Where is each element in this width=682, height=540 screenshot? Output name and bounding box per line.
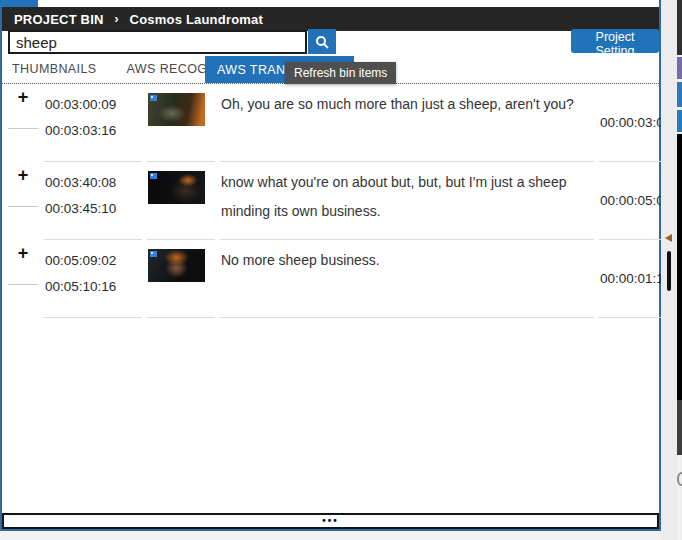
result-row[interactable]: + 00:03:00:09 00:03:03:16 Oh, you are so… — [7, 84, 662, 162]
background-circle-icon — [677, 472, 682, 486]
clip-duration: 00:00:01:15 — [599, 240, 662, 318]
clip-badge-icon — [150, 173, 157, 179]
clip-badge-icon — [150, 95, 157, 101]
plus-cell: + — [8, 85, 38, 129]
project-setting-button[interactable]: Project Setting — [571, 29, 659, 53]
collapse-arrow-icon[interactable] — [665, 234, 672, 242]
search-icon — [315, 35, 329, 49]
clip-badge-icon — [150, 251, 157, 257]
result-row[interactable]: + 00:03:40:08 00:03:45:10 know what you'… — [7, 162, 662, 240]
transcript-text[interactable]: Oh, you are so much more than just a she… — [220, 84, 594, 162]
breadcrumb-root[interactable]: PROJECT BIN — [14, 12, 104, 27]
clip-duration: 00:00:05:03 — [599, 162, 662, 240]
start-timecode: 00:03:40:08 — [45, 170, 141, 196]
add-clip-button[interactable]: + — [18, 88, 29, 106]
background-block — [677, 57, 682, 79]
tab-thumbnails[interactable]: THUMBNAILS — [12, 62, 97, 76]
clip-duration: 00:00:03:08 — [599, 84, 662, 162]
transcript-text[interactable]: No more sheep business. — [220, 240, 594, 318]
background-block — [677, 134, 682, 400]
stage: PROJECT BIN › Cosmos Laundromat Project … — [0, 0, 682, 540]
search-button[interactable] — [308, 29, 336, 54]
drawer-handle[interactable]: ••• — [2, 513, 659, 529]
clip-thumbnail[interactable] — [148, 93, 205, 126]
transcript-results-table: + 00:03:00:09 00:03:03:16 Oh, you are so… — [2, 84, 667, 318]
background-block — [677, 110, 682, 132]
start-timecode: 00:05:09:02 — [45, 248, 141, 274]
scrollbar-thumb[interactable] — [667, 251, 671, 291]
background-app-edge — [677, 0, 682, 540]
plus-cell: + — [8, 163, 38, 207]
plus-cell: + — [8, 241, 38, 285]
clip-thumbnail[interactable] — [148, 249, 205, 282]
add-clip-button[interactable]: + — [18, 166, 29, 184]
clip-thumbnail[interactable] — [148, 171, 205, 204]
refresh-bin-tooltip: Refresh bin items — [285, 62, 396, 84]
search-input[interactable] — [8, 30, 307, 54]
start-timecode: 00:03:00:09 — [45, 92, 141, 118]
add-clip-button[interactable]: + — [18, 244, 29, 262]
breadcrumb-current: Cosmos Laundromat — [130, 12, 263, 27]
timecode-cell: 00:05:09:02 00:05:10:16 — [44, 240, 142, 318]
end-timecode: 00:03:45:10 — [45, 196, 141, 222]
end-timecode: 00:03:03:16 — [45, 118, 141, 144]
end-timecode: 00:05:10:16 — [45, 274, 141, 300]
timecode-cell: 00:03:00:09 00:03:03:16 — [44, 84, 142, 162]
panel-top-tab — [0, 0, 38, 7]
transcript-text[interactable]: know what you're on about but, but, but … — [220, 162, 594, 240]
background-block — [677, 82, 682, 107]
result-row[interactable]: + 00:05:09:02 00:05:10:16 No more sheep … — [7, 240, 662, 318]
timecode-cell: 00:03:40:08 00:03:45:10 — [44, 162, 142, 240]
breadcrumb: PROJECT BIN › Cosmos Laundromat — [2, 7, 659, 31]
background-block — [677, 400, 682, 455]
background-block — [677, 0, 682, 55]
panel-splitter[interactable] — [661, 0, 677, 540]
chevron-right-icon: › — [115, 12, 119, 26]
